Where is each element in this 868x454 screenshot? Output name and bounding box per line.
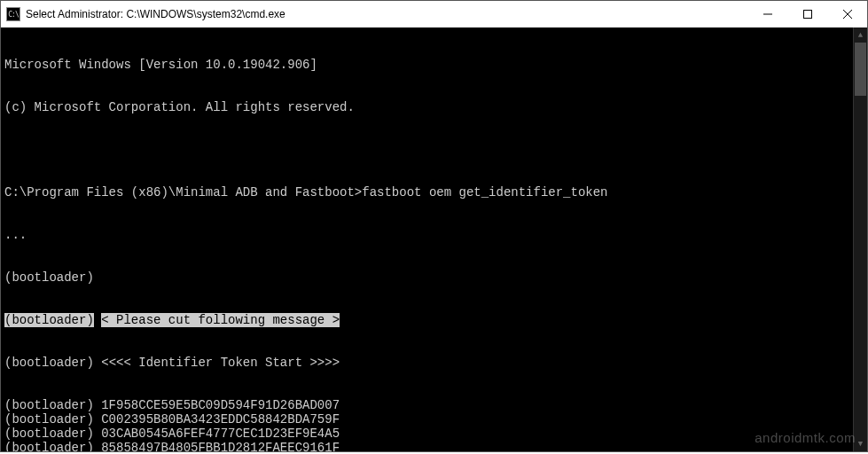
token-line: (bootloader) 1F958CCE59E5BC09D594F91D26B… <box>4 398 864 412</box>
output-line: (bootloader) < Please cut following mess… <box>4 313 864 327</box>
window-title: Select Administrator: C:\WINDOWS\system3… <box>26 8 747 20</box>
header-line: Microsoft Windows [Version 10.0.19042.90… <box>4 58 864 72</box>
titlebar[interactable]: C:\ Select Administrator: C:\WINDOWS\sys… <box>1 1 867 27</box>
terminal-output[interactable]: Microsoft Windows [Version 10.0.19042.90… <box>1 27 867 451</box>
output-line: (bootloader) <box>4 270 864 285</box>
close-button[interactable] <box>827 1 867 27</box>
scrollbar[interactable]: ▲ ▼ <box>853 27 867 451</box>
token-line: (bootloader) C002395B80BA3423EDDC58842BD… <box>4 412 864 427</box>
output-line: (bootloader) <<<< Identifier Token Start… <box>4 356 864 370</box>
scroll-thumb[interactable] <box>855 43 866 96</box>
scroll-down-icon[interactable]: ▼ <box>854 436 867 451</box>
scroll-up-icon[interactable]: ▲ <box>854 27 867 43</box>
token-lines: (bootloader) 1F958CCE59E5BC09D594F91D26B… <box>4 398 864 451</box>
window-controls <box>747 1 867 27</box>
header-line: (c) Microsoft Corporation. All rights re… <box>4 100 864 114</box>
maximize-button[interactable] <box>787 1 827 27</box>
cmd-window: C:\ Select Administrator: C:\WINDOWS\sys… <box>0 0 868 452</box>
minimize-button[interactable] <box>747 1 787 27</box>
token-line: (bootloader) 03CAB0545A6FEF4777CEC1D23EF… <box>4 427 864 441</box>
prompt-line: C:\Program Files (x86)\Minimal ADB and F… <box>4 185 864 200</box>
output-line: ... <box>4 228 864 242</box>
svg-rect-1 <box>803 11 811 19</box>
cmd-icon: C:\ <box>6 7 20 21</box>
blank-line <box>4 143 864 157</box>
token-line: (bootloader) 85858497B4805FBB1D2812FAEEC… <box>4 441 864 451</box>
